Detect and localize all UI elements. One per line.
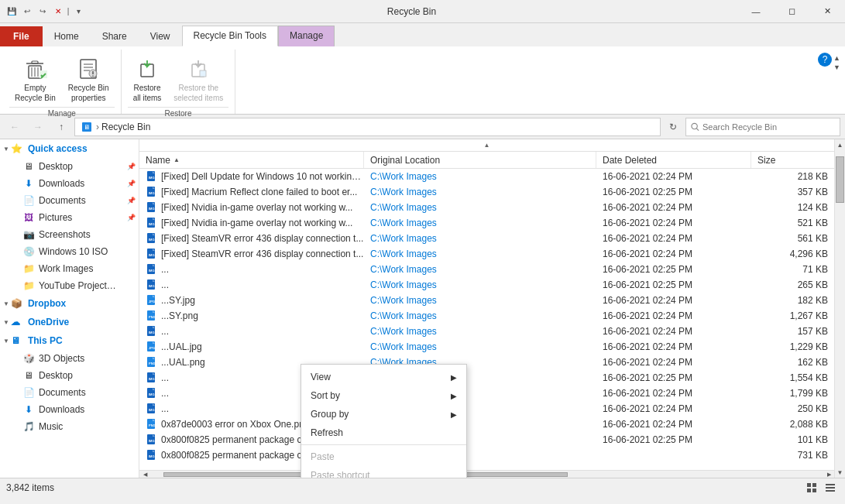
view-details-button[interactable] [822, 480, 839, 495]
col-header-name[interactable]: Name ▲ [139, 152, 364, 168]
qat-separator: | [67, 5, 70, 19]
file-row[interactable]: IMG ... C:\Work Images 16-06-2021 02:25 … [139, 277, 834, 293]
hscroll-right[interactable]: ▶ [823, 471, 834, 478]
title-bar-left: 💾 ↩ ↪ ✕ | ▾ [0, 5, 85, 19]
column-headers: Name ▲ Original Location Date Deleted Si… [139, 152, 834, 169]
sidebar-item-music[interactable]: 🎵 Music [0, 418, 139, 435]
back-button[interactable]: ← [5, 117, 25, 137]
svg-rect-18 [200, 70, 206, 77]
qat-save[interactable]: 💾 [5, 5, 19, 19]
tab-recycle-bin-tools[interactable]: Recycle Bin Tools [182, 26, 279, 46]
file-row[interactable]: JPG ...SY.jpg C:\Work Images 16-06-2021 … [139, 293, 834, 308]
refresh-button[interactable]: ↻ [664, 118, 682, 136]
quick-access-toolbar: 💾 ↩ ↪ ✕ | ▾ [5, 5, 85, 19]
qat-delete[interactable]: ✕ [51, 5, 65, 19]
maximize-button[interactable]: ◻ [774, 0, 809, 23]
file-type-icon: IMG [146, 279, 158, 291]
vscroll-thumb[interactable] [836, 156, 844, 203]
sidebar-header-quick-access[interactable]: ▼ ⭐ Quick access [0, 139, 139, 158]
tab-view[interactable]: View [139, 26, 182, 46]
forward-button[interactable]: → [28, 117, 48, 137]
context-menu-item[interactable]: Paste shortcut [301, 466, 466, 478]
file-location-cell: C:\Work Images [364, 171, 596, 182]
context-menu-item[interactable]: Refresh [301, 423, 466, 442]
sort-arrow-name: ▲ [173, 156, 180, 163]
file-row[interactable]: PNG ...UAL.png C:\Work Images 16-06-2021… [139, 355, 834, 370]
file-row[interactable]: JPG ...UAL.jpg C:\Work Images 16-06-2021… [139, 339, 834, 355]
pin-icon: 📌 [127, 163, 136, 170]
tab-file[interactable]: File [0, 26, 43, 46]
properties-label: Recycle Binproperties [68, 83, 109, 103]
svg-text:IMG: IMG [149, 253, 155, 257]
context-menu-item[interactable]: Paste [301, 447, 466, 466]
file-row[interactable]: IMG ... C:\Work Images 16-06-2021 02:25 … [139, 262, 834, 277]
up-button[interactable]: ↑ [51, 117, 71, 137]
sidebar-item-pictures-qa[interactable]: 🖼 Pictures 📌 [0, 209, 139, 226]
sidebar-item-documents-pc[interactable]: 📄 Documents [0, 384, 139, 401]
sidebar-header-onedrive[interactable]: ▼ ☁ OneDrive [0, 313, 139, 331]
sidebar-item-documents-qa[interactable]: 📄 Documents 📌 [0, 192, 139, 209]
sidebar-item-win10iso[interactable]: 💿 Windows 10 ISO [0, 243, 139, 260]
tab-share[interactable]: Share [91, 26, 139, 46]
file-row[interactable]: IMG [Fixed] SteamVR error 436 display co… [139, 231, 834, 246]
file-row[interactable]: IMG [Fixed] Dell Update for Windows 10 n… [139, 169, 834, 184]
close-button[interactable]: ✕ [809, 0, 845, 23]
sidebar-item-youtube[interactable]: 📁 YouTube Project Ou... [0, 277, 139, 294]
col-header-date[interactable]: Date Deleted [596, 152, 751, 168]
qat-undo[interactable]: ↩ [20, 5, 34, 19]
hscroll-left[interactable]: ◀ [139, 471, 150, 478]
3d-objects-icon: 🎲 [22, 353, 36, 364]
empty-recycle-bin-button[interactable]: EmptyRecycle Bin [9, 53, 61, 107]
this-pc-label: This PC [28, 335, 63, 346]
file-row[interactable]: IMG 0x800f0825 permanent package cannot … [139, 447, 834, 463]
vscroll-up[interactable]: ▲ [835, 139, 845, 150]
context-menu-item[interactable]: Sort by▶ [301, 386, 466, 405]
restore-selected-button[interactable]: Restore theselected items [168, 53, 228, 107]
tab-home[interactable]: Home [43, 26, 91, 46]
work-images-icon: 📁 [22, 263, 36, 274]
sidebar-item-screenshots[interactable]: 📷 Screenshots [0, 226, 139, 243]
tab-manage[interactable]: Manage [278, 26, 335, 46]
sidebar-item-desktop-qa[interactable]: 🖥 Desktop 📌 [0, 158, 139, 175]
minimize-button[interactable]: — [738, 0, 774, 23]
file-location-cell: C:\Work Images [364, 202, 596, 213]
desktop-icon: 🖥 [22, 161, 36, 172]
vscroll-down[interactable]: ▼ [835, 467, 845, 478]
sidebar-item-3d-objects[interactable]: 🎲 3D Objects [0, 350, 139, 367]
screenshots-icon: 📷 [22, 229, 36, 240]
breadcrumb-separator: › [96, 122, 99, 132]
sidebar-item-downloads-pc[interactable]: ⬇ Downloads [0, 401, 139, 418]
file-row[interactable]: IMG ... C:\Work Images 16-06-2021 02:24 … [139, 386, 834, 401]
search-input[interactable] [702, 122, 835, 132]
col-header-size[interactable]: Size [751, 152, 834, 168]
file-name-cell: IMG [Fixed] SteamVR error 436 display co… [139, 248, 364, 260]
qat-dropdown[interactable]: ▾ [71, 5, 85, 19]
context-menu-item[interactable]: Group by▶ [301, 405, 466, 423]
context-menu-item[interactable]: View▶ [301, 368, 466, 386]
file-row[interactable]: IMG [Fixed] Macrium Reflect clone failed… [139, 184, 834, 200]
sidebar-item-downloads-qa[interactable]: ⬇ Downloads 📌 [0, 175, 139, 192]
file-row[interactable]: IMG ... C:\Work Images 16-06-2021 02:24 … [139, 324, 834, 339]
col-header-location[interactable]: Original Location [364, 152, 596, 168]
file-row[interactable]: IMG [Fixed] SteamVR error 436 display co… [139, 246, 834, 262]
sidebar-item-work-images[interactable]: 📁 Work Images [0, 260, 139, 277]
search-box[interactable] [685, 118, 840, 136]
file-row[interactable]: IMG [Fixed] Nvidia in-game overlay not w… [139, 215, 834, 231]
file-row[interactable]: IMG [Fixed] Nvidia in-game overlay not w… [139, 200, 834, 215]
file-row[interactable]: IMG ... C:\Work Images 16-06-2021 02:25 … [139, 370, 834, 386]
sidebar-item-desktop-pc[interactable]: 🖥 Desktop [0, 367, 139, 384]
file-row[interactable]: PNG ...SY.png C:\Work Images 16-06-2021 … [139, 308, 834, 324]
qat-redo[interactable]: ↪ [36, 5, 50, 19]
address-box[interactable]: 🖥 › Recycle Bin [74, 118, 661, 136]
file-row[interactable]: IMG 0x800f0825 permanent package cannot … [139, 432, 834, 447]
restore-all-button[interactable]: Restoreall items [128, 53, 167, 107]
empty-recycle-icon [22, 57, 47, 81]
sidebar-header-dropbox[interactable]: ▼ 📦 Dropbox [0, 294, 139, 313]
sidebar-header-this-pc[interactable]: ▼ 🖥 This PC [0, 331, 139, 350]
view-large-icons-button[interactable] [803, 480, 820, 495]
file-row[interactable]: IMG ... C:\Work Images 16-06-2021 02:24 … [139, 401, 834, 417]
file-row[interactable]: PNG 0x87de0003 error on Xbox One.png C:\… [139, 417, 834, 432]
recycle-bin-properties-button[interactable]: Recycle Binproperties [63, 53, 115, 107]
help-button[interactable]: ? [818, 53, 832, 67]
pictures-icon: 🖼 [22, 212, 36, 223]
